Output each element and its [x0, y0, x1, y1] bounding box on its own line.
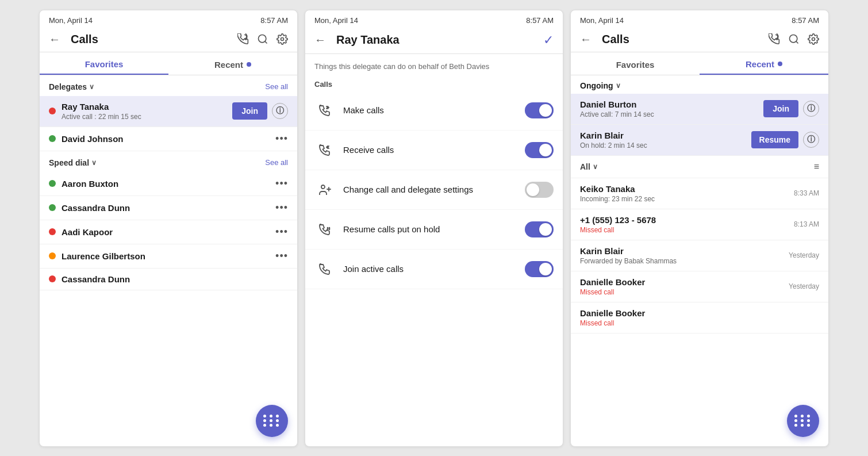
receive-calls-toggle[interactable] — [525, 142, 554, 158]
join-calls-label: Join active calls — [343, 264, 525, 274]
settings-icon-1[interactable] — [276, 33, 288, 45]
chevron-icon-speeddial: ∨ — [91, 159, 97, 167]
contact-aadi[interactable]: Aadi Kapoor ••• — [40, 220, 297, 244]
status-dot-aaron — [49, 180, 56, 187]
more-button-aadi[interactable]: ••• — [275, 226, 288, 238]
tab-recent-3[interactable]: Recent — [700, 52, 828, 75]
contact-cassandra-1[interactable]: Cassandra Dunn ••• — [40, 196, 297, 220]
contact-cassandra-2[interactable]: Cassandra Dunn — [40, 269, 297, 290]
contact-info-daniel: Daniel Burton Active call: 7 min 14 sec — [580, 99, 763, 118]
delegates-title[interactable]: Delegates ∨ — [49, 82, 94, 91]
delegates-see-all[interactable]: See all — [265, 82, 288, 91]
back-button-3[interactable]: ← — [580, 33, 592, 46]
screen-3: Mon, April 14 8:57 AM ← Calls — [570, 10, 829, 447]
more-button-aaron[interactable]: ••• — [275, 178, 288, 190]
recent-time-555: 8:13 AM — [794, 220, 819, 228]
toggle-knob-4 — [539, 223, 552, 236]
delegates-header: Delegates ∨ See all — [40, 75, 297, 96]
calls-section-label: Calls — [305, 73, 563, 91]
search-icon-1[interactable] — [257, 33, 268, 45]
call-icon-3[interactable] — [769, 33, 780, 45]
filter-all-label[interactable]: All ∨ — [580, 162, 598, 171]
tab-favorites-1[interactable]: Favorites — [40, 52, 168, 75]
delegate-subtitle: Things this delegate can do on behalf of… — [305, 54, 563, 73]
contact-info-laurence: Laurence Gilbertson — [62, 251, 275, 261]
hold-calls-label: Resume calls put on hold — [343, 224, 525, 234]
hold-calls-toggle[interactable] — [525, 221, 554, 237]
ongoing-header[interactable]: Ongoing ∨ — [571, 75, 828, 94]
info-button-ray[interactable]: ⓘ — [272, 103, 288, 119]
resume-button-karin[interactable]: Resume — [751, 131, 798, 148]
contact-david[interactable]: David Johnson ••• — [40, 127, 297, 151]
more-button-laurence[interactable]: ••• — [275, 250, 288, 262]
speeddial-see-all[interactable]: See all — [265, 158, 288, 167]
contact-info-cassandra1: Cassandra Dunn — [62, 203, 275, 213]
status-bar-3: Mon, April 14 8:57 AM — [571, 10, 828, 28]
contact-info-aaron: Aaron Buxton — [62, 179, 275, 189]
contact-info-karin: Karin Blair On hold: 2 min 14 sec — [580, 131, 751, 150]
recent-keiko[interactable]: Keiko Tanaka Incoming: 23 min 22 sec 8:3… — [571, 178, 828, 209]
contact-name-cassandra2: Cassandra Dunn — [62, 274, 288, 284]
tab-recent-1[interactable]: Recent — [168, 52, 297, 75]
speeddial-title[interactable]: Speed dial ∨ — [49, 158, 97, 167]
recent-info-555: +1 (555) 123 - 5678 Missed call — [580, 215, 794, 234]
recent-name-karin-blair: Karin Blair — [580, 246, 789, 256]
toggle-knob-2 — [539, 144, 552, 156]
filter-icon[interactable]: ≡ — [814, 162, 819, 172]
recent-555[interactable]: +1 (555) 123 - 5678 Missed call 8:13 AM — [571, 209, 828, 240]
recent-sub-danielle-2: Missed call — [580, 319, 819, 327]
contact-info-cassandra2: Cassandra Dunn — [62, 274, 288, 284]
recent-info-danielle-2: Danielle Booker Missed call — [580, 308, 819, 327]
contact-ray-tanaka[interactable]: Ray Tanaka Active call : 22 min 15 sec J… — [40, 96, 297, 127]
tab-favorites-3[interactable]: Favorites — [571, 52, 700, 75]
dialpad-fab-1[interactable] — [256, 405, 288, 437]
contact-karin[interactable]: Karin Blair On hold: 2 min 14 sec Resume… — [571, 125, 828, 156]
screen-2: Mon, April 14 8:57 AM ← Ray Tanaka ✓ Thi… — [305, 10, 563, 447]
delegate-settings-icon — [314, 179, 335, 200]
make-calls-toggle[interactable] — [525, 102, 554, 118]
contact-name-ray: Ray Tanaka — [62, 102, 232, 112]
recent-karin-blair[interactable]: Karin Blair Forwarded by Babak Shammas Y… — [571, 240, 828, 271]
back-button-1[interactable]: ← — [49, 33, 60, 46]
dialpad-fab-3[interactable] — [787, 405, 819, 437]
contact-info-david: David Johnson — [62, 134, 275, 144]
make-calls-icon — [314, 100, 335, 121]
recent-sub-danielle-1: Missed call — [580, 288, 789, 296]
svg-point-4 — [812, 38, 815, 41]
join-calls-toggle[interactable] — [525, 261, 554, 277]
contact-daniel[interactable]: Daniel Burton Active call: 7 min 14 sec … — [571, 94, 828, 125]
recent-time-keiko: 8:33 AM — [794, 189, 819, 197]
contact-aaron[interactable]: Aaron Buxton ••• — [40, 172, 297, 196]
recent-info-keiko: Keiko Tanaka Incoming: 23 min 22 sec — [580, 184, 794, 203]
info-button-daniel[interactable]: ⓘ — [803, 101, 819, 117]
recent-dot-1 — [247, 62, 251, 67]
screen-1: Mon, April 14 8:57 AM ← Calls — [39, 10, 298, 447]
recent-danielle-2[interactable]: Danielle Booker Missed call — [571, 302, 828, 334]
info-button-karin[interactable]: ⓘ — [803, 132, 819, 148]
join-button-ray[interactable]: Join — [232, 102, 267, 120]
dialpad-dots-1 — [263, 415, 281, 427]
back-button-2[interactable]: ← — [314, 33, 326, 47]
contact-sub-ray: Active call : 22 min 15 sec — [62, 113, 232, 121]
join-button-daniel[interactable]: Join — [763, 100, 798, 117]
join-calls-icon — [314, 259, 335, 279]
more-button-david[interactable]: ••• — [275, 133, 288, 145]
status-dot-aadi — [49, 228, 56, 235]
date-3: Mon, April 14 — [580, 16, 624, 25]
contact-laurence[interactable]: Laurence Gilbertson ••• — [40, 244, 297, 269]
header-icons-3 — [769, 33, 819, 45]
hold-calls-icon — [314, 219, 335, 240]
chevron-icon-delegates: ∨ — [89, 83, 94, 91]
search-icon-3[interactable] — [788, 33, 800, 45]
settings-icon-3[interactable] — [808, 33, 819, 45]
time-1: 8:57 AM — [260, 16, 288, 25]
recent-danielle-1[interactable]: Danielle Booker Missed call Yesterday — [571, 271, 828, 302]
receive-calls-icon — [314, 140, 335, 160]
recent-name-keiko: Keiko Tanaka — [580, 184, 794, 194]
recent-sub-karin-blair: Forwarded by Babak Shammas — [580, 257, 789, 265]
delegate-settings-toggle[interactable] — [525, 182, 554, 198]
call-icon-1[interactable] — [237, 33, 249, 45]
checkmark-icon[interactable]: ✓ — [543, 33, 554, 48]
more-button-cassandra1[interactable]: ••• — [275, 202, 288, 214]
time-2: 8:57 AM — [526, 16, 554, 25]
